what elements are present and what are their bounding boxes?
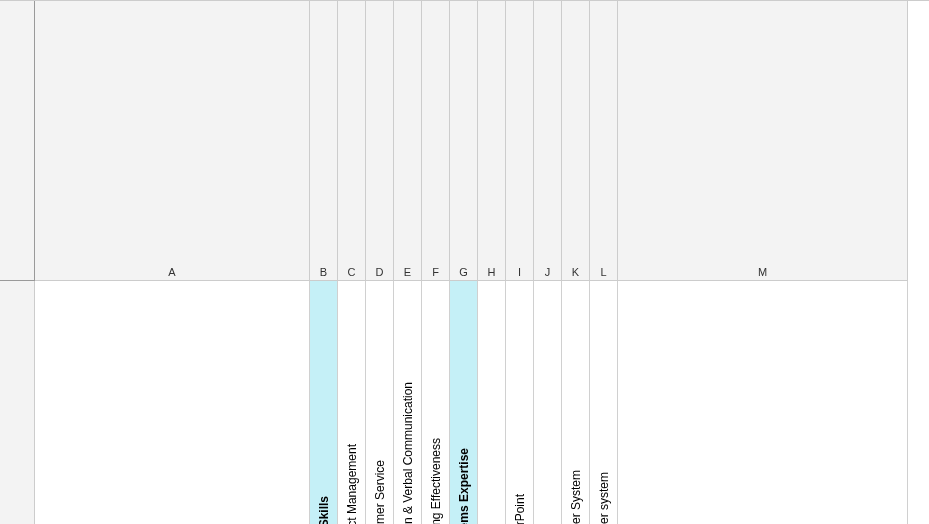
- cell-D1[interactable]: Customer Service: [366, 281, 394, 524]
- cell-L1[interactable]: Another system: [590, 281, 618, 524]
- col-M[interactable]: M: [618, 1, 908, 281]
- col-H[interactable]: H: [478, 1, 506, 281]
- select-all-corner[interactable]: [0, 1, 35, 281]
- cell-E1[interactable]: Written & Verbal Communication: [394, 281, 422, 524]
- cell-I1[interactable]: PowerPoint: [506, 281, 534, 524]
- cell-C1[interactable]: Project Management: [338, 281, 366, 524]
- col-D[interactable]: D: [366, 1, 394, 281]
- cell-G1[interactable]: Systems Expertise: [450, 281, 478, 524]
- cell-M1[interactable]: Comments: [618, 281, 908, 524]
- col-J[interactable]: J: [534, 1, 562, 281]
- cell-A1[interactable]: Role Names: [35, 281, 310, 524]
- col-L[interactable]: L: [590, 1, 618, 281]
- col-E[interactable]: E: [394, 1, 422, 281]
- col-A[interactable]: A: [35, 1, 310, 281]
- col-B[interactable]: B: [310, 1, 338, 281]
- row-1[interactable]: 1: [0, 281, 35, 524]
- cell-F1[interactable]: Meeting Effectiveness: [422, 281, 450, 524]
- cell-B1[interactable]: Soft-Skills: [310, 281, 338, 524]
- col-C[interactable]: C: [338, 1, 366, 281]
- cell-K1[interactable]: Another System: [562, 281, 590, 524]
- col-I[interactable]: I: [506, 1, 534, 281]
- cell-H1[interactable]: Word: [478, 281, 506, 524]
- cell-J1[interactable]: Excel: [534, 281, 562, 524]
- col-F[interactable]: F: [422, 1, 450, 281]
- spreadsheet-grid[interactable]: A B C D E F G H I J K L M 1 Role Names S…: [0, 0, 929, 524]
- col-G[interactable]: G: [450, 1, 478, 281]
- col-K[interactable]: K: [562, 1, 590, 281]
